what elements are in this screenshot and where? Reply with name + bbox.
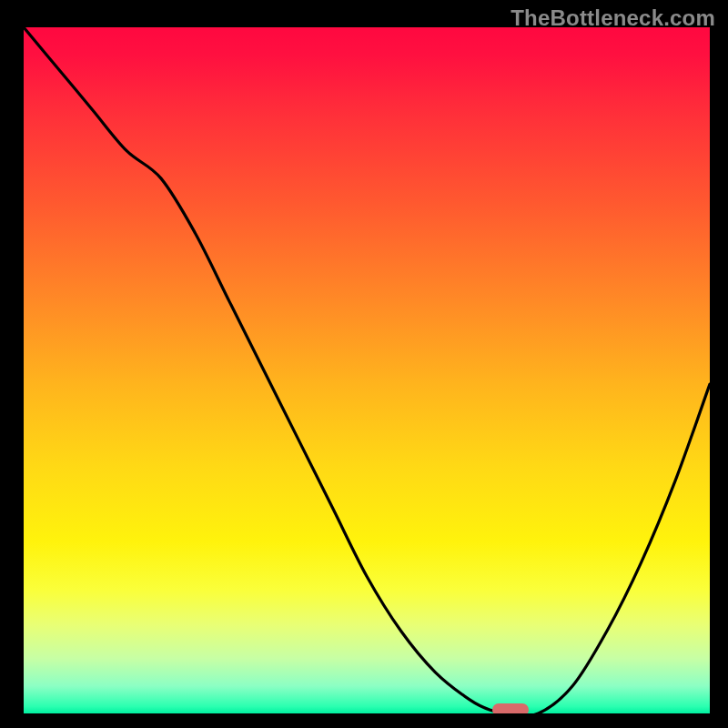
chart-frame: TheBottleneck.com xyxy=(0,0,728,728)
optimal-marker xyxy=(492,703,529,713)
plot-area xyxy=(24,27,710,713)
bottleneck-curve xyxy=(24,27,710,713)
